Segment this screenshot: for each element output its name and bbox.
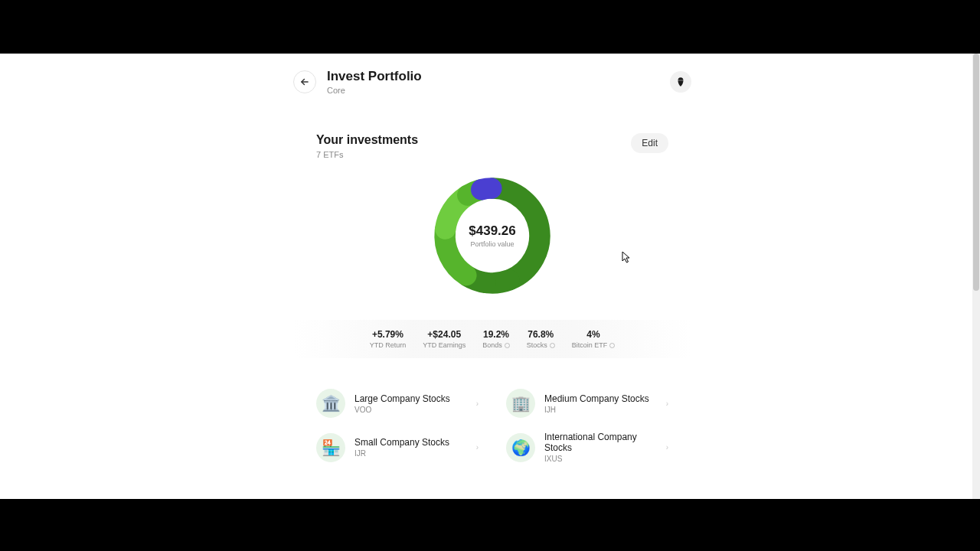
- app-icon-button[interactable]: [670, 71, 691, 93]
- stat-value: +$24.05: [423, 329, 466, 340]
- scrollbar-track[interactable]: [972, 54, 980, 499]
- info-icon[interactable]: [609, 343, 615, 348]
- portfolio-value: $439.26: [469, 223, 515, 239]
- info-icon[interactable]: [550, 343, 555, 348]
- stat-label: YTD Earnings: [423, 341, 466, 349]
- stat-label: Bonds: [482, 341, 510, 349]
- stat-item: 76.8%Stocks: [527, 329, 555, 349]
- back-button[interactable]: [293, 70, 316, 93]
- stat-item: +$24.05YTD Earnings: [423, 329, 466, 349]
- etf-icon: 🏢: [506, 389, 535, 418]
- chevron-right-icon: ›: [666, 399, 668, 408]
- etf-item[interactable]: 🌍International Company StocksIXUS›: [506, 432, 668, 463]
- section-subtitle: 7 ETFs: [316, 150, 418, 159]
- etf-ticker: VOO: [354, 406, 467, 414]
- page-subtitle: Core: [327, 86, 659, 95]
- section-title: Your investments: [316, 133, 418, 147]
- stat-item: 19.2%Bonds: [482, 329, 510, 349]
- edit-button[interactable]: Edit: [631, 133, 668, 153]
- info-icon[interactable]: [505, 343, 510, 348]
- portfolio-value-label: Portfolio value: [469, 240, 515, 248]
- etf-ticker: IJR: [354, 449, 467, 458]
- stat-label: Bitcoin ETF: [572, 341, 616, 349]
- etf-name: Small Company Stocks: [354, 437, 467, 448]
- stat-item: +5.79%YTD Return: [370, 329, 407, 349]
- etf-item[interactable]: 🏪Small Company StocksIJR›: [316, 432, 479, 463]
- etf-ticker: IXUS: [544, 455, 657, 463]
- donut-segment[interactable]: [482, 188, 492, 190]
- stat-label: YTD Return: [370, 341, 407, 349]
- etf-name: Medium Company Stocks: [544, 393, 657, 404]
- stat-item: 4%Bitcoin ETF: [572, 329, 616, 349]
- acorn-icon: [675, 77, 686, 87]
- stats-row: +5.79%YTD Return+$24.05YTD Earnings19.2%…: [293, 320, 691, 358]
- stat-value: 4%: [572, 329, 616, 340]
- page-header: Invest Portfolio Core: [293, 69, 691, 95]
- stat-value: +5.79%: [370, 329, 407, 340]
- stat-value: 76.8%: [527, 329, 555, 340]
- chevron-right-icon: ›: [666, 443, 668, 452]
- etf-name: Large Company Stocks: [354, 393, 467, 404]
- scrollbar-thumb[interactable]: [973, 54, 979, 291]
- portfolio-donut-chart: $439.26 Portfolio value: [293, 170, 691, 302]
- etf-item[interactable]: 🏢Medium Company StocksIJH›: [506, 389, 668, 418]
- etf-list: 🏛️Large Company StocksVOO›🏢Medium Compan…: [293, 358, 691, 478]
- etf-icon: 🌍: [506, 433, 535, 462]
- stat-label: Stocks: [527, 341, 555, 349]
- etf-ticker: IJH: [544, 406, 657, 414]
- arrow-left-icon: [299, 77, 310, 87]
- etf-item[interactable]: 🏛️Large Company StocksVOO›: [316, 389, 479, 418]
- etf-icon: 🏛️: [316, 389, 345, 418]
- chevron-right-icon: ›: [476, 399, 479, 408]
- section-header: Your investments 7 ETFs Edit: [293, 133, 691, 159]
- etf-icon: 🏪: [316, 433, 345, 462]
- chevron-right-icon: ›: [476, 443, 479, 452]
- page-title: Invest Portfolio: [327, 69, 659, 84]
- etf-name: International Company Stocks: [544, 432, 657, 453]
- stat-value: 19.2%: [482, 329, 510, 340]
